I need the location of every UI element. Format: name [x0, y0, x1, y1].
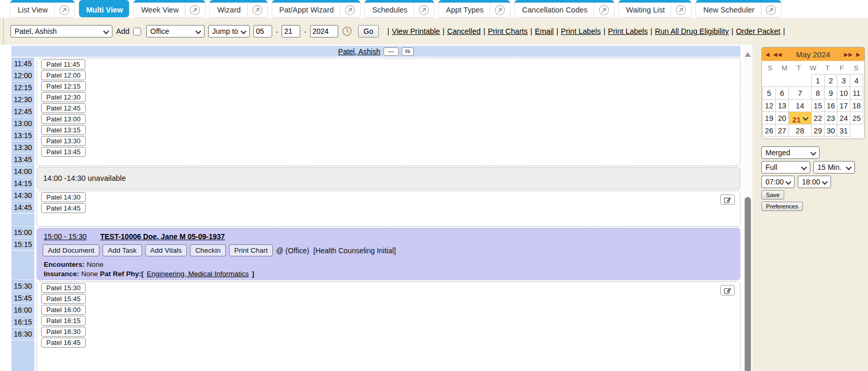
date-month-input[interactable] [253, 25, 272, 38]
calendar-day-7[interactable]: 7 [788, 86, 812, 100]
next-year-icon[interactable]: ▶ [856, 52, 861, 57]
open-in-new-icon[interactable] [490, 3, 510, 17]
slot-button-patel-15-30[interactable]: Patel 15:30 [41, 283, 86, 293]
calendar-day-22[interactable]: 22 [811, 112, 825, 125]
tab-new-scheduler[interactable]: New Scheduler [696, 0, 781, 17]
interval-select[interactable]: 15 Min. [813, 161, 855, 174]
calendar-day-21-selected[interactable]: 21 [788, 112, 812, 125]
calendar-day-6[interactable]: 6 [775, 86, 789, 100]
slot-button-patel-14-45[interactable]: Patel 14:45 [41, 203, 86, 213]
tab-multi-view[interactable]: Multi View [79, 0, 130, 17]
toolbar-link-print-labels[interactable]: Print Labels [608, 27, 648, 35]
calendar-day-8[interactable]: 8 [811, 86, 825, 100]
calendar-day-4[interactable]: 4 [850, 74, 863, 87]
tab-wizard[interactable]: Wizard [210, 0, 267, 17]
edit-availability-icon[interactable] [720, 194, 735, 205]
slot-button-patel-13-15[interactable]: Patel 13:15 [41, 125, 86, 135]
calendar-day-18[interactable]: 18 [850, 99, 863, 112]
view-mode-select[interactable]: Merged [761, 146, 820, 159]
slot-button-patel-12-45[interactable]: Patel 12:45 [41, 103, 86, 113]
slot-button-patel-16-15[interactable]: Patel 16:15 [41, 316, 86, 326]
calendar-day-27[interactable]: 27 [775, 124, 789, 137]
tab-list-view[interactable]: List View [10, 0, 74, 17]
prev-month-icon[interactable]: ◀◀ [773, 52, 782, 57]
calendar-day-10[interactable]: 10 [837, 86, 850, 100]
slot-button-patel-12-15[interactable]: Patel 12:15 [41, 81, 86, 91]
slot-button-patel-13-00[interactable]: Patel 13:00 [41, 114, 86, 124]
checkin-button[interactable]: Checkin [190, 244, 226, 256]
calendar-day-23[interactable]: 23 [824, 112, 838, 125]
tab-appt-types[interactable]: Appt Types [439, 0, 510, 17]
calendar-clock-icon[interactable] [342, 26, 352, 36]
calendar-day-5[interactable]: 5 [762, 86, 776, 100]
save-button[interactable]: Save [761, 190, 784, 200]
calendar-day-3[interactable]: 3 [837, 74, 850, 87]
open-in-new-icon[interactable] [54, 3, 74, 17]
prev-year-icon[interactable]: ◀ [765, 52, 770, 57]
open-in-new-icon[interactable] [594, 3, 614, 17]
open-in-new-icon[interactable] [185, 3, 205, 17]
provider-select[interactable]: Patel, Ashish [10, 25, 112, 38]
scrollbar-up-arrow-icon[interactable] [745, 52, 751, 57]
tab-waiting-list[interactable]: Waiting List [619, 0, 691, 17]
slot-button-patel-16-00[interactable]: Patel 16:00 [41, 305, 86, 315]
next-month-icon[interactable]: ▶▶ [844, 52, 853, 57]
calendar-day-12[interactable]: 12 [762, 99, 776, 112]
add-task-button[interactable]: Add Task [103, 244, 142, 256]
slot-button-patel-13-45[interactable]: Patel 13:45 [41, 147, 86, 157]
minimize-column-button[interactable]: — [384, 47, 399, 56]
print-chart-button[interactable]: Print Chart [229, 244, 273, 256]
scrollbar-thumb[interactable] [745, 197, 751, 371]
calendar-day-26[interactable]: 26 [762, 124, 776, 137]
provider-header-link[interactable]: Patel, Ashish [338, 47, 380, 56]
add-checkbox[interactable] [133, 28, 141, 35]
toolbar-link-print-charts[interactable]: Print Charts [488, 27, 528, 35]
preferences-button[interactable]: Preferences [761, 202, 803, 211]
calendar-day-14[interactable]: 14 [788, 99, 812, 112]
open-in-new-icon[interactable] [340, 3, 360, 17]
facility-select[interactable]: Office [146, 25, 205, 38]
tab-schedules[interactable]: Schedules [365, 0, 434, 17]
calendar-day-1[interactable]: 1 [811, 74, 825, 87]
end-time-select[interactable]: 18:00 [798, 176, 831, 188]
open-in-new-icon[interactable] [671, 3, 691, 17]
calendar-day-2[interactable]: 2 [824, 74, 838, 87]
appointment-block[interactable]: 15:00 - 15:30 TEST-10006 Doe, Jane M 05-… [36, 228, 741, 280]
add-vitals-button[interactable]: Add Vitals [145, 244, 187, 256]
vertical-scrollbar[interactable] [743, 45, 752, 371]
size-select[interactable]: Full [761, 161, 810, 174]
toolbar-link-cancelled[interactable]: Cancelled [447, 27, 481, 35]
calendar-day-31[interactable]: 31 [837, 124, 850, 137]
calendar-day-17[interactable]: 17 [837, 99, 850, 112]
toolbar-link-email[interactable]: Email [535, 27, 554, 35]
calendar-day-13[interactable]: 13 [775, 99, 789, 112]
date-day-input[interactable] [282, 25, 300, 38]
open-in-new-icon[interactable] [247, 3, 267, 17]
referring-physician-link[interactable]: Engineering, Medical Informatics [147, 270, 249, 278]
toolbar-link-view-printable[interactable]: View Printable [392, 27, 440, 35]
calendar-day-20[interactable]: 20 [775, 112, 789, 125]
tab-cancellation-codes[interactable]: Cancellation Codes [515, 0, 614, 17]
slot-button-patel-16-45[interactable]: Patel 16:45 [41, 338, 86, 348]
calendar-day-24[interactable]: 24 [837, 112, 850, 125]
slot-button-patel-14-30[interactable]: Patel 14:30 [41, 192, 86, 202]
open-in-new-icon[interactable] [414, 3, 434, 17]
calendar-day-9[interactable]: 9 [824, 86, 838, 100]
slot-button-patel-16-30[interactable]: Patel 16:30 [41, 327, 86, 337]
slot-button-patel-15-45[interactable]: Patel 15:45 [41, 294, 86, 304]
slot-button-patel-12-30[interactable]: Patel 12:30 [41, 92, 86, 102]
slot-button-patel-13-30[interactable]: Patel 13:30 [41, 136, 86, 146]
slot-button-patel-12-00[interactable]: Patel 12:00 [41, 70, 86, 80]
date-year-input[interactable] [310, 25, 338, 38]
calendar-day-29[interactable]: 29 [811, 124, 825, 137]
tab-pat-appt-wizard[interactable]: Pat/Appt Wizard [272, 0, 361, 17]
toolbar-link-print-labels[interactable]: Print Labels [561, 27, 601, 35]
calendar-day-25[interactable]: 25 [850, 112, 863, 125]
calendar-day-30[interactable]: 30 [824, 124, 838, 137]
calendar-day-16[interactable]: 16 [824, 99, 838, 112]
toolbar-link-run-all-drug-eligibility[interactable]: Run All Drug Eligibility [655, 27, 729, 35]
fb-toggle-button[interactable]: f/b [402, 47, 414, 56]
open-in-new-icon[interactable] [761, 3, 781, 17]
start-time-select[interactable]: 07:00 [761, 176, 795, 188]
jump-to-select[interactable]: Jump to [208, 25, 250, 38]
